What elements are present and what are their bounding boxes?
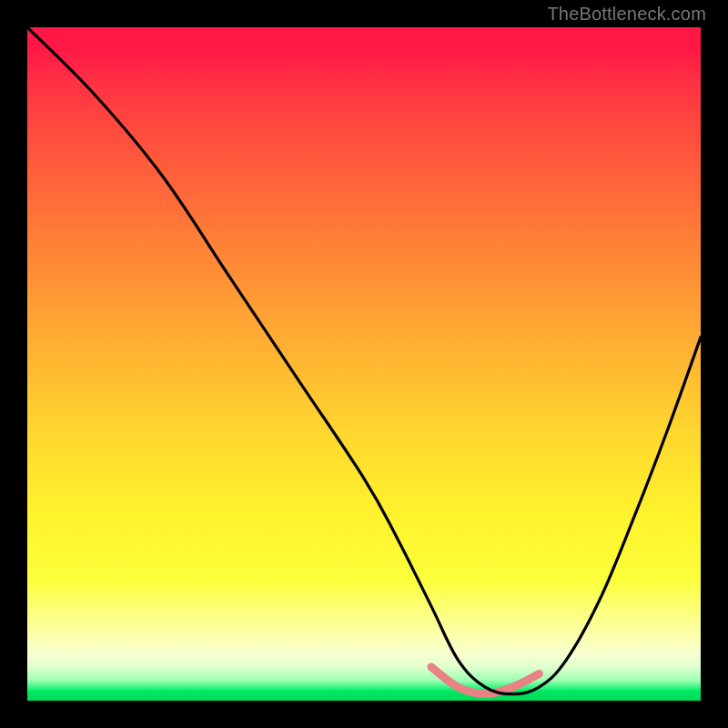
plot-area [27,27,701,701]
chart-frame: TheBottleneck.com [0,0,728,728]
highlight-minimum-segment [431,667,539,694]
bottleneck-curve-path [27,27,701,694]
watermark-text: TheBottleneck.com [547,4,706,25]
curve-layer [27,27,701,701]
